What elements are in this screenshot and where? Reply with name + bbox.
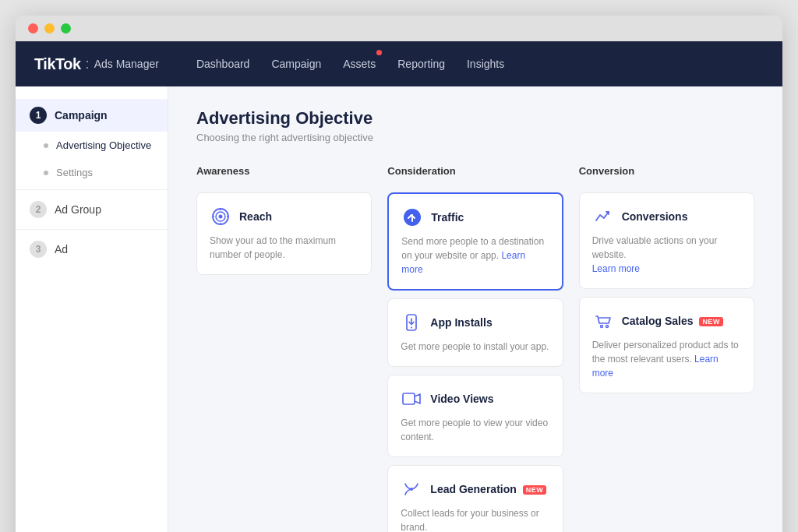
- app-installs-desc: Get more people to install your app.: [401, 340, 549, 354]
- sidebar-label-adgroup: Ad Group: [55, 203, 101, 216]
- sidebar-item-settings[interactable]: Settings: [16, 159, 168, 186]
- browser-chrome: [16, 16, 782, 41]
- conversions-learn-more[interactable]: Learn more: [592, 263, 640, 274]
- card-reach[interactable]: Reach Show your ad to the maximum number…: [196, 192, 372, 275]
- card-traffic[interactable]: Traffic Send more people to a destinatio…: [387, 192, 563, 291]
- nav-campaign[interactable]: Campaign: [271, 55, 321, 73]
- column-conversion: Conversion Conversions: [579, 165, 754, 532]
- svg-point-14: [600, 326, 602, 328]
- reach-title: Reach: [239, 210, 272, 223]
- video-views-title: Video Views: [430, 393, 493, 405]
- column-header-awareness: Awareness: [196, 165, 372, 177]
- main-layout: 1 Campaign Advertising Objective Setting…: [16, 86, 782, 532]
- card-video-views[interactable]: Video Views Get more people to view your…: [387, 375, 563, 457]
- sub-dot-settings: [44, 171, 48, 175]
- sidebar-item-campaign[interactable]: 1 Campaign: [16, 99, 168, 132]
- catalog-sales-desc: Deliver personalized product ads to the …: [592, 338, 741, 380]
- sidebar-label-settings: Settings: [56, 167, 93, 178]
- catalog-sales-title: Catalog Sales NEW: [622, 315, 723, 327]
- sidebar-item-ad[interactable]: 3 Ad: [16, 233, 168, 266]
- lead-generation-desc: Collect leads for your business or brand…: [401, 506, 549, 532]
- brand-sub: Ads Manager: [94, 58, 159, 70]
- sidebar-divider-2: [16, 229, 168, 230]
- traffic-icon: [401, 206, 423, 228]
- sidebar-item-advertising-objective[interactable]: Advertising Objective: [16, 132, 168, 159]
- navbar: TikTok : Ads Manager Dashboard Campaign …: [16, 41, 782, 86]
- nav-brand: TikTok : Ads Manager: [34, 55, 159, 73]
- column-header-consideration: Consideration: [387, 165, 563, 177]
- app-installs-icon: [401, 312, 422, 333]
- browser-window: TikTok : Ads Manager Dashboard Campaign …: [16, 16, 782, 532]
- step-num-adgroup: 2: [30, 201, 47, 218]
- nav-reporting[interactable]: Reporting: [397, 55, 445, 73]
- catalog-sales-new-badge: NEW: [699, 317, 723, 326]
- card-conversions-header: Conversions: [592, 206, 741, 227]
- lead-generation-title: Lead Generation NEW: [430, 483, 546, 495]
- video-views-icon: [401, 388, 422, 410]
- card-conversions[interactable]: Conversions Drive valuable actions on yo…: [579, 192, 754, 289]
- nav-links: Dashboard Campaign Assets Reporting Insi…: [196, 55, 504, 73]
- sidebar-label-campaign: Campaign: [55, 109, 108, 122]
- nav-dashboard[interactable]: Dashboard: [196, 55, 250, 73]
- column-awareness: Awareness: [196, 165, 372, 532]
- conversions-desc: Drive valuable actions on your website. …: [592, 234, 741, 276]
- maximize-dot[interactable]: [61, 23, 71, 33]
- reach-icon: [210, 206, 231, 227]
- page-title: Advertising Objective: [196, 108, 754, 129]
- catalog-sales-icon: [592, 310, 614, 332]
- column-consideration: Consideration Traffic: [387, 165, 563, 532]
- card-appinstalls-header: App Installs: [401, 312, 549, 333]
- brand-separator: :: [86, 56, 90, 72]
- app-installs-title: App Installs: [430, 316, 492, 329]
- sidebar-label-adobj: Advertising Objective: [56, 139, 151, 151]
- brand-logo: TikTok: [34, 55, 81, 73]
- lead-gen-new-badge: NEW: [523, 485, 547, 495]
- content-area: Advertising Objective Choosing the right…: [168, 86, 782, 532]
- column-header-conversion: Conversion: [579, 165, 754, 177]
- traffic-desc: Send more people to a destination on you…: [401, 234, 549, 277]
- step-num-ad: 3: [30, 241, 47, 258]
- card-reach-header: Reach: [210, 206, 358, 227]
- card-catalogsales-header: Catalog Sales NEW: [592, 310, 741, 332]
- svg-point-15: [606, 326, 608, 328]
- card-traffic-header: Traffic: [401, 206, 549, 228]
- sidebar-divider-1: [16, 189, 168, 190]
- sidebar-item-ad-group[interactable]: 2 Ad Group: [16, 193, 168, 226]
- video-views-desc: Get more people to view your video conte…: [401, 416, 549, 444]
- close-dot[interactable]: [28, 23, 38, 33]
- nav-assets[interactable]: Assets: [343, 55, 376, 73]
- sidebar-label-ad: Ad: [55, 243, 68, 255]
- page-subtitle: Choosing the right advertising objective: [196, 132, 754, 143]
- reach-desc: Show your ad to the maximum number of pe…: [210, 234, 358, 262]
- card-catalog-sales[interactable]: Catalog Sales NEW Deliver personalized p…: [579, 297, 754, 393]
- sidebar: 1 Campaign Advertising Objective Setting…: [16, 86, 168, 532]
- card-app-installs[interactable]: App Installs Get more people to install …: [387, 298, 563, 367]
- card-videoviews-header: Video Views: [401, 388, 549, 410]
- conversions-title: Conversions: [622, 210, 688, 223]
- card-leadgen-header: Lead Generation NEW: [401, 478, 549, 500]
- conversions-icon: [592, 206, 614, 227]
- lead-generation-icon: [401, 478, 422, 500]
- svg-point-11: [411, 327, 412, 329]
- assets-badge: [376, 50, 382, 55]
- objectives-grid: Awareness: [196, 165, 754, 532]
- nav-insights[interactable]: Insights: [467, 55, 504, 73]
- minimize-dot[interactable]: [44, 23, 55, 33]
- sub-dot-obj: [44, 143, 48, 148]
- svg-point-6: [219, 215, 223, 219]
- traffic-title: Traffic: [431, 211, 464, 224]
- card-lead-generation[interactable]: Lead Generation NEW Collect leads for yo…: [387, 465, 563, 532]
- step-num-campaign: 1: [30, 107, 47, 124]
- svg-rect-12: [403, 393, 415, 404]
